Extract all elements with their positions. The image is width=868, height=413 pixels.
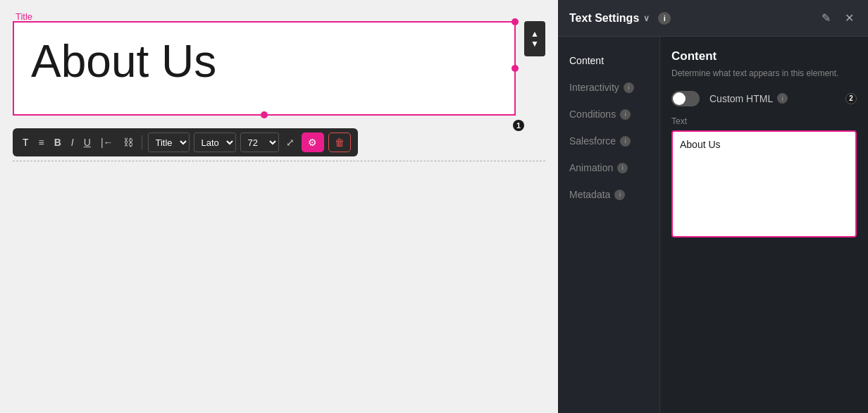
badge-1: 1 <box>513 120 524 131</box>
nav-item-interactivity[interactable]: Interactivity i <box>558 75 659 100</box>
bold-icon: B <box>54 137 61 148</box>
panel-info-icon[interactable]: i <box>658 12 671 25</box>
underline-icon: U <box>84 137 91 148</box>
italic-icon: I <box>71 137 74 148</box>
text-input[interactable] <box>671 130 857 238</box>
content-title: Content <box>671 49 857 63</box>
link-btn[interactable]: ⛓ <box>120 135 136 149</box>
trash-icon: 🗑 <box>335 137 345 148</box>
text-field-label: Text <box>671 116 857 126</box>
expand-btn[interactable]: ⤢ <box>283 135 297 149</box>
bold-btn[interactable]: B <box>51 135 64 149</box>
panel-body: Content Interactivity i Conditions i Sal… <box>558 37 868 413</box>
custom-html-toggle[interactable] <box>671 91 700 106</box>
panel-title-chevron-icon[interactable]: ∨ <box>643 13 650 23</box>
badge-2: 2 <box>845 93 857 104</box>
custom-html-info-icon[interactable]: i <box>777 93 788 104</box>
panel-title-text: Text Settings <box>569 12 639 25</box>
nav-item-salesforce[interactable]: Salesforce i <box>558 128 659 154</box>
toolbar-divider-1 <box>142 135 142 149</box>
content-description: Determine what text appears in this elem… <box>671 68 857 80</box>
element-title-label: Title <box>16 11 32 22</box>
underline-btn[interactable]: U <box>81 135 94 149</box>
custom-html-row: Custom HTML i 2 <box>671 91 857 106</box>
selection-dashed-border <box>13 161 545 161</box>
text-format-btn[interactable]: T <box>20 135 32 149</box>
custom-html-label: Custom HTML <box>709 93 773 104</box>
expand-icon: ⤢ <box>286 137 294 148</box>
text-element-wrapper[interactable]: About Us <box>13 21 516 116</box>
panel-header: Text Settings ∨ i ✎ ✕ <box>558 0 868 37</box>
animation-info-icon: i <box>617 163 628 173</box>
panel-title: Text Settings ∨ i <box>569 12 671 25</box>
pin-button[interactable]: ✎ <box>819 8 833 27</box>
position-arrows[interactable]: ▲ ▼ <box>524 21 545 56</box>
nav-content-label: Content <box>569 55 604 66</box>
panel-nav: Content Interactivity i Conditions i Sal… <box>558 37 660 413</box>
gear-icon: ⚙ <box>308 137 317 148</box>
italic-btn[interactable]: I <box>68 135 77 149</box>
close-button[interactable]: ✕ <box>842 8 857 27</box>
indent-icon: |← <box>101 137 113 148</box>
nav-metadata-label: Metadata <box>569 189 610 200</box>
arrow-up-icon: ▲ <box>531 30 539 38</box>
size-dropdown[interactable]: 72 <box>240 132 279 152</box>
link-icon: ⛓ <box>123 137 133 148</box>
align-btn[interactable]: ≡ <box>36 135 47 149</box>
resize-handle-right[interactable] <box>512 65 519 72</box>
text-element-inner: About Us <box>14 23 514 114</box>
close-icon: ✕ <box>845 12 854 24</box>
nav-item-metadata[interactable]: Metadata i <box>558 182 659 207</box>
metadata-info-icon: i <box>614 190 625 200</box>
nav-item-animation[interactable]: Animation i <box>558 155 659 180</box>
right-panel: Text Settings ∨ i ✎ ✕ Content Interactiv… <box>558 0 868 413</box>
style-dropdown[interactable]: Title <box>148 132 190 152</box>
salesforce-info-icon: i <box>620 136 631 147</box>
font-dropdown[interactable]: Lato <box>194 132 236 152</box>
resize-handle-bottom[interactable] <box>261 111 268 118</box>
interactivity-info-icon: i <box>624 82 634 93</box>
nav-animation-label: Animation <box>569 162 613 173</box>
text-toolbar: T ≡ B I U |← ⛓ Title Lato 72 ⤢ <box>13 128 358 156</box>
text-icon: T <box>23 137 29 148</box>
canvas-area: Title About Us ▲ ▼ 1 T ≡ B I U <box>0 0 558 413</box>
indent-btn[interactable]: |← <box>98 135 116 149</box>
gear-button[interactable]: ⚙ <box>302 132 324 152</box>
delete-button[interactable]: 🗑 <box>328 132 351 152</box>
panel-header-actions: ✎ ✕ <box>819 8 857 27</box>
resize-handle-corner-tr[interactable] <box>512 18 519 25</box>
nav-item-conditions[interactable]: Conditions i <box>558 101 659 127</box>
nav-salesforce-label: Salesforce <box>569 135 616 147</box>
arrow-down-icon: ▼ <box>531 39 539 48</box>
panel-content: Content Determine what text appears in t… <box>660 37 868 413</box>
conditions-info-icon: i <box>620 109 631 120</box>
nav-conditions-label: Conditions <box>569 109 616 120</box>
align-icon: ≡ <box>39 137 44 148</box>
about-us-text: About Us <box>31 36 216 87</box>
nav-interactivity-label: Interactivity <box>569 82 619 93</box>
nav-item-content[interactable]: Content <box>558 48 659 73</box>
pin-icon: ✎ <box>822 12 831 24</box>
